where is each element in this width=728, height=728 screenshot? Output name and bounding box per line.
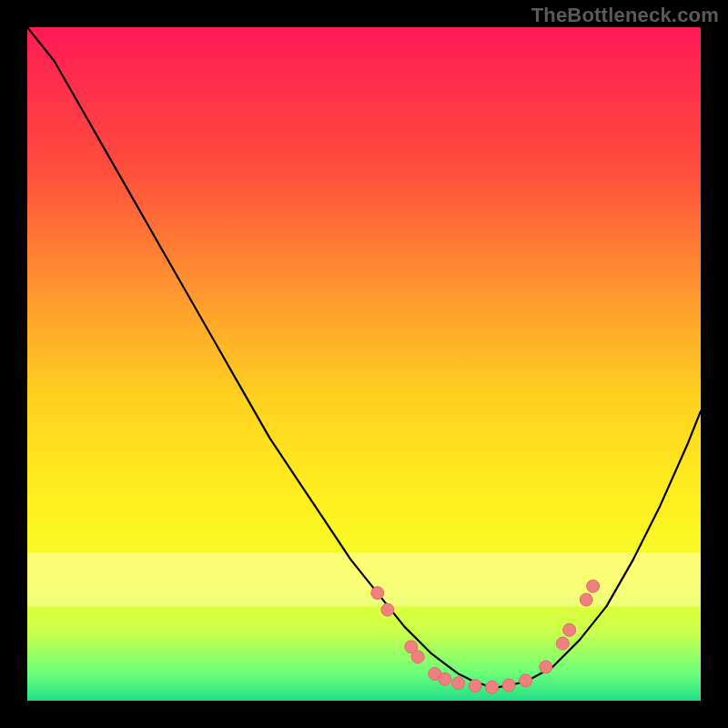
highlight-dot [486,681,499,693]
highlight-dot [540,661,552,673]
highlight-dot [587,580,600,592]
highlight-dot [563,623,576,636]
highlight-dot [469,680,481,693]
watermark-label: TheBottleneck.com [531,4,719,27]
chart-frame: TheBottleneck.com [0,0,728,728]
highlight-dot [502,679,515,692]
highlight-dot [371,587,384,600]
highlight-dot [439,672,451,685]
highlight-dot [556,637,569,650]
highlight-dot [381,603,394,616]
highlight-dot [452,677,465,690]
highlight-dot [580,593,592,606]
highlight-dot [520,674,532,687]
pale-band [27,552,701,606]
plot-area [27,27,701,701]
bottleneck-chart [27,27,701,701]
highlight-dot [411,651,424,663]
